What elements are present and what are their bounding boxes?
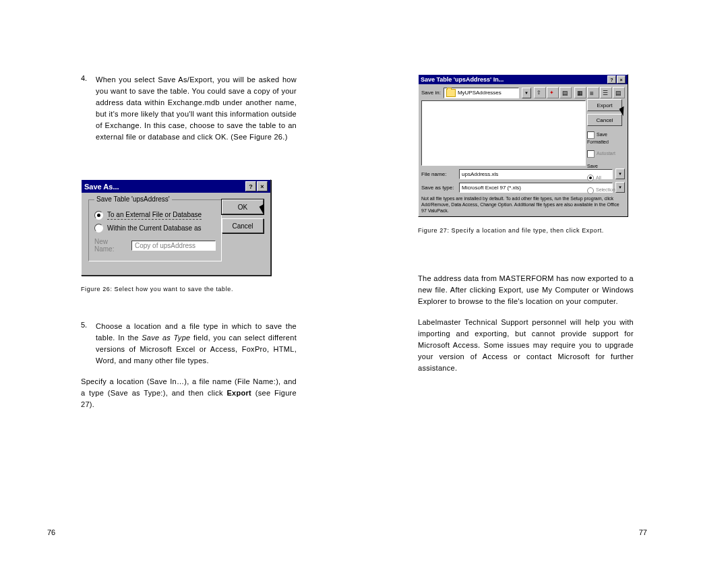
dialog-title: Save Table 'upsAddress' In... [421, 76, 504, 83]
new-name-label: New Name: [94, 238, 127, 253]
list-number: 5. [81, 321, 90, 367]
radio-icon [94, 224, 103, 232]
right-column: Save Table 'upsAddress' In... ? × Save i… [418, 74, 634, 535]
autostart-checkbox[interactable]: Autostart [587, 150, 622, 158]
text-bold: Export [226, 389, 251, 397]
list-body: Choose a location and a file type in whi… [96, 321, 297, 367]
save-formatted-checkbox[interactable]: Save Formatted [587, 131, 622, 145]
page-number-left: 76 [47, 528, 55, 536]
paragraph: Specify a location (Save In…), a file na… [81, 376, 297, 410]
chevron-down-icon[interactable]: ▼ [522, 88, 531, 98]
properties-view-icon[interactable] [600, 87, 612, 98]
figure-27-caption: Figure 27: Specify a location and file t… [418, 226, 634, 235]
save-in-dialog: Save Table 'upsAddress' In... ? × Save i… [418, 74, 628, 217]
text-emphasis: Save as Type [142, 334, 190, 342]
save-as-dialog: Save As... ? × Save Table 'upsAddress' T… [81, 179, 271, 276]
groupbox-title: Save Table 'upsAddress' [94, 195, 172, 203]
list-view-icon[interactable] [574, 87, 586, 98]
radio-within-db[interactable]: Within the Current Database as [94, 224, 216, 232]
figure-26-caption: Figure 26: Select how you want to save t… [81, 285, 297, 294]
ok-button[interactable]: OK [222, 199, 264, 214]
radio-label: Within the Current Database as [107, 224, 202, 232]
file-listing[interactable] [421, 100, 586, 166]
radio-external[interactable]: To an External File or Database [94, 211, 216, 220]
file-name-label: File name: [421, 171, 456, 177]
new-folder-icon[interactable] [559, 87, 572, 98]
up-one-level-icon[interactable] [534, 87, 546, 98]
list-body: When you select Save As/Export, you will… [96, 74, 297, 143]
export-button[interactable]: Export [587, 99, 622, 111]
save-as-type-label: Save as type: [421, 185, 456, 191]
cancel-button[interactable]: Cancel [587, 114, 622, 126]
dialog-titlebar[interactable]: Save As... ? × [82, 180, 270, 193]
save-in-combo[interactable]: MyUPSAddresses [444, 88, 519, 98]
dialog-hint: Not all file types are installed by defa… [421, 196, 625, 214]
save-in-label: Save in: [421, 90, 441, 96]
list-number: 4. [81, 74, 90, 143]
new-name-field[interactable]: Copy of upsAddress [131, 241, 216, 251]
new-name-row: New Name: Copy of upsAddress [94, 238, 216, 253]
save-table-groupbox: Save Table 'upsAddress' To an External F… [88, 199, 222, 261]
help-icon[interactable]: ? [245, 181, 256, 191]
radio-selection[interactable]: Selection [587, 187, 622, 193]
file-name-value: upsAddress.xls [462, 171, 498, 177]
list-item-5: 5. Choose a location and a file type in … [81, 321, 297, 367]
preview-view-icon[interactable] [613, 87, 625, 98]
close-icon[interactable]: × [617, 75, 626, 84]
cancel-button[interactable]: Cancel [222, 218, 264, 233]
radio-label: To an External File or Database [107, 211, 202, 220]
radio-icon [94, 211, 103, 220]
save-as-type-value: Microsoft Excel 97 (*.xls) [462, 185, 521, 191]
folder-icon [446, 89, 456, 97]
radio-all[interactable]: All [587, 175, 622, 181]
page-number-right: 77 [639, 528, 647, 536]
paragraph: The address data from MASTERFORM has now… [418, 273, 634, 307]
favorites-icon[interactable] [547, 87, 559, 98]
left-column: 4. When you select Save As/Export, you w… [81, 74, 297, 535]
details-view-icon[interactable] [587, 87, 599, 98]
checkbox-label: Autostart [597, 151, 615, 156]
help-icon[interactable]: ? [607, 75, 616, 84]
paragraph: Labelmaster Technical Support personnel … [418, 317, 634, 374]
radio-label: Selection [596, 187, 615, 192]
dialog-titlebar[interactable]: Save Table 'upsAddress' In... ? × [419, 75, 628, 84]
dialog-title: Save As... [84, 183, 119, 191]
list-item-4: 4. When you select Save As/Export, you w… [81, 74, 297, 143]
radio-label: All [596, 175, 601, 180]
folder-name: MyUPSAddresses [458, 90, 502, 96]
save-section-label: Save [587, 163, 622, 169]
close-icon[interactable]: × [257, 181, 268, 191]
